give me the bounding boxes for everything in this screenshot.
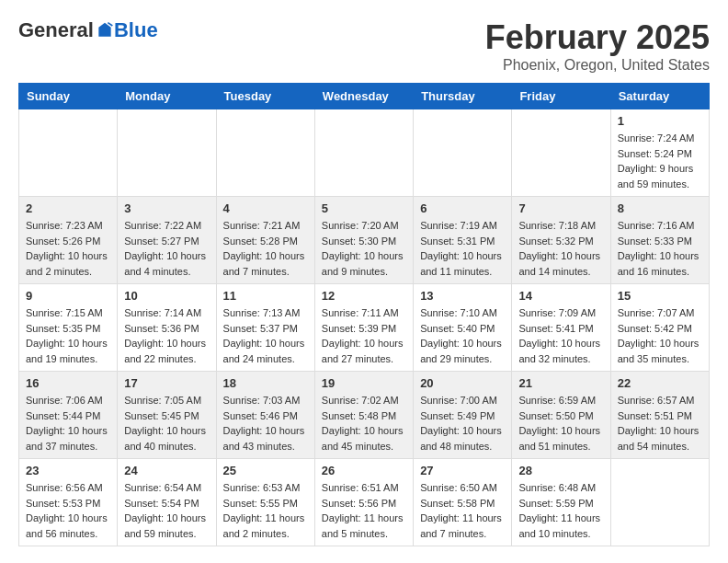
calendar-week-row: 2Sunrise: 7:23 AM Sunset: 5:26 PM Daylig… xyxy=(19,197,710,284)
cell-content: Sunrise: 7:09 AM Sunset: 5:41 PM Dayligh… xyxy=(518,305,603,366)
cell-content: Sunrise: 7:19 AM Sunset: 5:31 PM Dayligh… xyxy=(420,218,505,279)
cell-content: Sunrise: 6:59 AM Sunset: 5:50 PM Dayligh… xyxy=(518,393,603,454)
calendar-cell: 11Sunrise: 7:13 AM Sunset: 5:37 PM Dayli… xyxy=(216,284,314,372)
calendar-header-row: SundayMondayTuesdayWednesdayThursdayFrid… xyxy=(19,84,710,109)
day-number: 11 xyxy=(223,289,308,303)
calendar-cell xyxy=(512,109,610,197)
calendar-cell xyxy=(118,109,216,197)
calendar-cell: 19Sunrise: 7:02 AM Sunset: 5:48 PM Dayli… xyxy=(314,372,413,459)
calendar-cell: 14Sunrise: 7:09 AM Sunset: 5:41 PM Dayli… xyxy=(512,284,610,372)
day-number: 17 xyxy=(124,376,209,390)
cell-content: Sunrise: 7:13 AM Sunset: 5:37 PM Dayligh… xyxy=(223,305,308,366)
day-of-week-header: Friday xyxy=(512,84,610,109)
calendar-cell xyxy=(216,109,314,197)
calendar-cell: 17Sunrise: 7:05 AM Sunset: 5:45 PM Dayli… xyxy=(118,372,216,459)
day-of-week-header: Tuesday xyxy=(216,84,314,109)
cell-content: Sunrise: 7:18 AM Sunset: 5:32 PM Dayligh… xyxy=(518,218,603,279)
calendar-cell: 10Sunrise: 7:14 AM Sunset: 5:36 PM Dayli… xyxy=(118,284,216,372)
location-text: Phoenix, Oregon, United States xyxy=(485,57,710,74)
cell-content: Sunrise: 6:53 AM Sunset: 5:55 PM Dayligh… xyxy=(223,480,308,541)
cell-content: Sunrise: 7:22 AM Sunset: 5:27 PM Dayligh… xyxy=(124,218,209,279)
calendar-cell: 8Sunrise: 7:16 AM Sunset: 5:33 PM Daylig… xyxy=(610,197,709,284)
day-number: 24 xyxy=(124,464,209,477)
page-header: General Blue February 2025 Phoenix, Oreg… xyxy=(18,18,710,74)
day-of-week-header: Saturday xyxy=(610,84,709,109)
calendar-cell: 7Sunrise: 7:18 AM Sunset: 5:32 PM Daylig… xyxy=(512,197,610,284)
month-title: February 2025 xyxy=(485,18,710,57)
calendar-cell: 5Sunrise: 7:20 AM Sunset: 5:30 PM Daylig… xyxy=(314,197,413,284)
calendar-cell: 6Sunrise: 7:19 AM Sunset: 5:31 PM Daylig… xyxy=(414,197,512,284)
calendar-cell: 16Sunrise: 7:06 AM Sunset: 5:44 PM Dayli… xyxy=(19,372,118,459)
cell-content: Sunrise: 7:05 AM Sunset: 5:45 PM Dayligh… xyxy=(124,393,209,454)
calendar-cell: 9Sunrise: 7:15 AM Sunset: 5:35 PM Daylig… xyxy=(19,284,118,372)
logo-general-text: General xyxy=(18,18,94,42)
calendar-cell: 13Sunrise: 7:10 AM Sunset: 5:40 PM Dayli… xyxy=(414,284,512,372)
day-number: 13 xyxy=(420,289,505,303)
cell-content: Sunrise: 7:07 AM Sunset: 5:42 PM Dayligh… xyxy=(618,305,702,366)
day-number: 21 xyxy=(518,376,603,390)
day-number: 16 xyxy=(26,376,110,390)
calendar-cell: 24Sunrise: 6:54 AM Sunset: 5:54 PM Dayli… xyxy=(118,459,216,546)
calendar-cell: 27Sunrise: 6:50 AM Sunset: 5:58 PM Dayli… xyxy=(414,459,512,546)
calendar-week-row: 23Sunrise: 6:56 AM Sunset: 5:53 PM Dayli… xyxy=(19,459,710,546)
calendar-cell: 2Sunrise: 7:23 AM Sunset: 5:26 PM Daylig… xyxy=(19,197,118,284)
calendar-cell: 26Sunrise: 6:51 AM Sunset: 5:56 PM Dayli… xyxy=(314,459,413,546)
day-number: 8 xyxy=(618,201,702,215)
day-number: 26 xyxy=(322,464,406,477)
calendar-cell: 15Sunrise: 7:07 AM Sunset: 5:42 PM Dayli… xyxy=(610,284,709,372)
calendar-cell: 4Sunrise: 7:21 AM Sunset: 5:28 PM Daylig… xyxy=(216,197,314,284)
cell-content: Sunrise: 7:11 AM Sunset: 5:39 PM Dayligh… xyxy=(322,305,406,366)
cell-content: Sunrise: 7:14 AM Sunset: 5:36 PM Dayligh… xyxy=(124,305,209,366)
logo: General Blue xyxy=(18,18,158,42)
cell-content: Sunrise: 6:48 AM Sunset: 5:59 PM Dayligh… xyxy=(518,480,603,541)
calendar-table: SundayMondayTuesdayWednesdayThursdayFrid… xyxy=(18,83,710,546)
calendar-cell: 12Sunrise: 7:11 AM Sunset: 5:39 PM Dayli… xyxy=(314,284,413,372)
day-number: 14 xyxy=(518,289,603,303)
cell-content: Sunrise: 7:15 AM Sunset: 5:35 PM Dayligh… xyxy=(26,305,110,366)
calendar-cell xyxy=(314,109,413,197)
calendar-cell: 20Sunrise: 7:00 AM Sunset: 5:49 PM Dayli… xyxy=(414,372,512,459)
calendar-cell xyxy=(19,109,118,197)
day-number: 10 xyxy=(124,289,209,303)
calendar-cell: 3Sunrise: 7:22 AM Sunset: 5:27 PM Daylig… xyxy=(118,197,216,284)
cell-content: Sunrise: 7:02 AM Sunset: 5:48 PM Dayligh… xyxy=(322,393,406,454)
calendar-cell: 28Sunrise: 6:48 AM Sunset: 5:59 PM Dayli… xyxy=(512,459,610,546)
logo-icon xyxy=(96,21,114,40)
calendar-cell: 23Sunrise: 6:56 AM Sunset: 5:53 PM Dayli… xyxy=(19,459,118,546)
day-number: 20 xyxy=(420,376,505,390)
cell-content: Sunrise: 7:00 AM Sunset: 5:49 PM Dayligh… xyxy=(420,393,505,454)
calendar-cell xyxy=(610,459,709,546)
calendar-cell: 1Sunrise: 7:24 AM Sunset: 5:24 PM Daylig… xyxy=(610,109,709,197)
cell-content: Sunrise: 6:50 AM Sunset: 5:58 PM Dayligh… xyxy=(420,480,505,541)
day-number: 5 xyxy=(322,201,406,215)
day-number: 22 xyxy=(618,376,702,390)
calendar-week-row: 1Sunrise: 7:24 AM Sunset: 5:24 PM Daylig… xyxy=(19,109,710,197)
cell-content: Sunrise: 7:21 AM Sunset: 5:28 PM Dayligh… xyxy=(223,218,308,279)
day-number: 23 xyxy=(26,464,110,477)
day-number: 1 xyxy=(618,114,702,128)
day-number: 2 xyxy=(26,201,110,215)
cell-content: Sunrise: 7:16 AM Sunset: 5:33 PM Dayligh… xyxy=(618,218,702,279)
cell-content: Sunrise: 7:24 AM Sunset: 5:24 PM Dayligh… xyxy=(618,131,702,191)
calendar-cell xyxy=(414,109,512,197)
day-number: 25 xyxy=(223,464,308,477)
day-number: 15 xyxy=(618,289,702,303)
calendar-cell: 18Sunrise: 7:03 AM Sunset: 5:46 PM Dayli… xyxy=(216,372,314,459)
day-number: 3 xyxy=(124,201,209,215)
day-of-week-header: Wednesday xyxy=(314,84,413,109)
calendar-cell: 22Sunrise: 6:57 AM Sunset: 5:51 PM Dayli… xyxy=(610,372,709,459)
cell-content: Sunrise: 7:20 AM Sunset: 5:30 PM Dayligh… xyxy=(322,218,406,279)
calendar-week-row: 9Sunrise: 7:15 AM Sunset: 5:35 PM Daylig… xyxy=(19,284,710,372)
cell-content: Sunrise: 7:06 AM Sunset: 5:44 PM Dayligh… xyxy=(26,393,110,454)
day-number: 27 xyxy=(420,464,505,477)
cell-content: Sunrise: 6:54 AM Sunset: 5:54 PM Dayligh… xyxy=(124,480,209,541)
day-number: 4 xyxy=(223,201,308,215)
day-of-week-header: Monday xyxy=(118,84,216,109)
cell-content: Sunrise: 6:56 AM Sunset: 5:53 PM Dayligh… xyxy=(26,480,110,541)
day-number: 12 xyxy=(322,289,406,303)
calendar-cell: 25Sunrise: 6:53 AM Sunset: 5:55 PM Dayli… xyxy=(216,459,314,546)
calendar-week-row: 16Sunrise: 7:06 AM Sunset: 5:44 PM Dayli… xyxy=(19,372,710,459)
title-block: February 2025 Phoenix, Oregon, United St… xyxy=(485,18,710,74)
day-number: 6 xyxy=(420,201,505,215)
day-number: 7 xyxy=(518,201,603,215)
